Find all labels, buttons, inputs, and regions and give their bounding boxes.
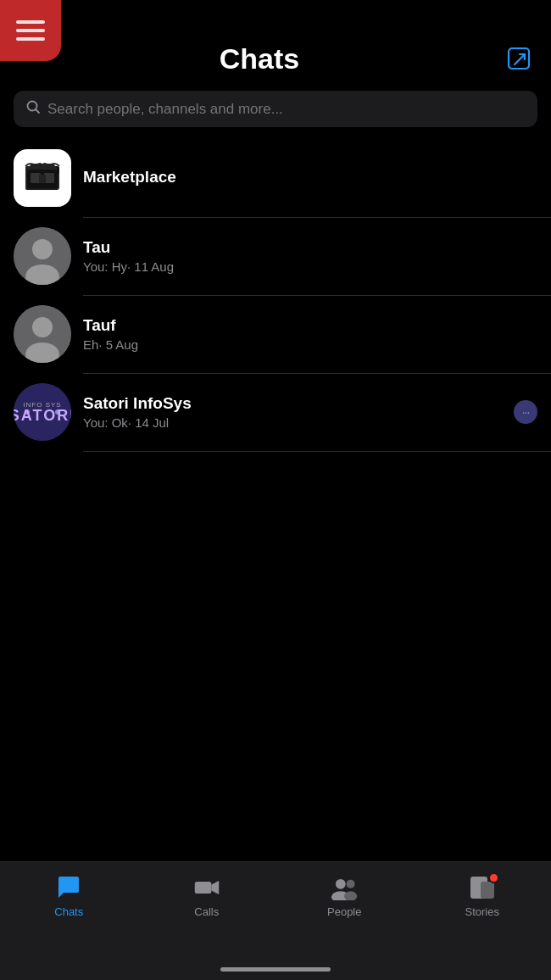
- svg-rect-15: [39, 175, 46, 183]
- svg-rect-33: [481, 882, 494, 899]
- chat-name-tau: Tau: [83, 238, 537, 257]
- nav-label-chats: Chats: [54, 905, 83, 918]
- nav-item-calls[interactable]: Calls: [138, 874, 276, 918]
- nav-icon-calls: [193, 874, 220, 901]
- svg-line-1: [515, 54, 525, 64]
- chat-preview-satori: You: Ok· 14 Jul: [83, 415, 502, 430]
- chat-list: Marketplace Tau You: Hy· 11 Aug: [0, 139, 551, 451]
- menu-line-2: [16, 29, 45, 32]
- menu-button[interactable]: [0, 0, 61, 61]
- chat-info-marketplace: Marketplace: [83, 168, 537, 189]
- search-icon: [25, 99, 41, 119]
- menu-line-1: [16, 20, 45, 24]
- nav-icon-people: [331, 874, 358, 901]
- search-input[interactable]: [47, 101, 526, 118]
- compose-button[interactable]: [504, 43, 536, 75]
- search-bar[interactable]: [14, 91, 537, 127]
- bottom-nav: Chats Calls People: [0, 861, 551, 980]
- chat-item-tauf[interactable]: Tauf Eh· 5 Aug: [0, 295, 551, 373]
- svg-point-25: [25, 409, 30, 415]
- stories-badge: [488, 872, 499, 883]
- svg-rect-27: [195, 882, 212, 894]
- svg-point-2: [28, 102, 37, 111]
- svg-rect-0: [509, 48, 529, 69]
- svg-point-28: [336, 879, 346, 889]
- chat-name-marketplace: Marketplace: [83, 168, 537, 187]
- avatar-tau: [14, 227, 71, 285]
- svg-point-30: [347, 880, 355, 888]
- chat-badge-satori: ···: [514, 400, 537, 424]
- nav-item-people[interactable]: People: [276, 874, 414, 918]
- nav-icon-chats: [55, 874, 82, 901]
- svg-point-17: [32, 239, 53, 259]
- svg-line-3: [36, 110, 40, 114]
- chat-item-marketplace[interactable]: Marketplace: [0, 139, 551, 217]
- chat-item-satori[interactable]: INFO SYS SATORI Satori InfoSys You: Ok· …: [0, 373, 551, 451]
- chat-name-satori: Satori InfoSys: [83, 394, 502, 413]
- chat-preview-tauf: Eh· 5 Aug: [83, 337, 537, 352]
- chat-info-tau: Tau You: Hy· 11 Aug: [83, 238, 537, 274]
- header: Chats: [0, 0, 551, 84]
- badge-dots: ···: [522, 405, 530, 419]
- nav-label-stories: Stories: [465, 905, 499, 918]
- chat-name-tauf: Tauf: [83, 316, 537, 335]
- chat-info-tauf: Tauf Eh· 5 Aug: [83, 316, 537, 352]
- chat-info-satori: Satori InfoSys You: Ok· 14 Jul: [83, 394, 502, 430]
- chat-preview-tau: You: Hy· 11 Aug: [83, 259, 537, 274]
- chat-item-tau[interactable]: Tau You: Hy· 11 Aug: [0, 217, 551, 295]
- home-indicator: [220, 967, 331, 972]
- avatar-marketplace: [14, 149, 71, 207]
- nav-item-stories[interactable]: Stories: [414, 874, 552, 918]
- menu-line-3: [16, 37, 45, 41]
- avatar-tauf: [14, 305, 71, 363]
- svg-text:SATORI: SATORI: [14, 407, 71, 424]
- compose-icon: [506, 46, 533, 73]
- nav-label-calls: Calls: [194, 905, 219, 918]
- page-title: Chats: [15, 42, 504, 75]
- nav-label-people: People: [327, 905, 361, 918]
- nav-item-chats[interactable]: Chats: [0, 874, 138, 918]
- svg-point-20: [32, 317, 53, 337]
- svg-point-26: [55, 409, 60, 415]
- avatar-satori: INFO SYS SATORI: [14, 383, 71, 441]
- nav-icon-stories: [469, 874, 496, 901]
